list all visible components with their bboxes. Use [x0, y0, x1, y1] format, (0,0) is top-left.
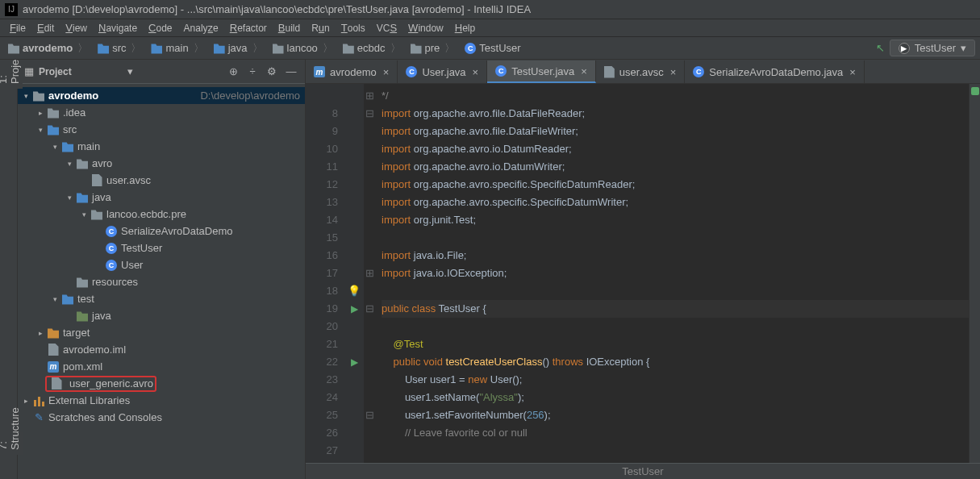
status-breadcrumb: TestUser — [622, 465, 663, 477]
hide-icon[interactable]: — — [284, 65, 298, 79]
error-stripe[interactable] — [969, 84, 980, 463]
fold-column[interactable]: ⊞⊟⊞⊟⊟⊟ — [364, 84, 375, 463]
crumb-lancoo[interactable]: lancoo〉 — [269, 40, 338, 57]
menu-analyze[interactable]: Analyze — [179, 20, 223, 35]
gutter-marks: 💡▶▶ — [344, 84, 364, 463]
tool-project-tab[interactable]: 1: Project — [0, 66, 23, 89]
crumb-src[interactable]: src〉 — [94, 40, 146, 57]
project-view-icon: ▦ — [24, 65, 34, 77]
tree-cls-serialize[interactable]: CSerializeAvroDataDemo — [18, 223, 305, 240]
file-icon — [604, 66, 615, 78]
inspection-ok-icon — [971, 87, 979, 95]
editor-tabs: mavrodemo× CUser.java× CTestUser.java× u… — [306, 60, 980, 84]
chevron-down-icon[interactable]: ▾ — [127, 65, 133, 77]
menu-window[interactable]: Window — [403, 20, 448, 35]
collapse-icon[interactable]: ÷ — [245, 65, 260, 79]
tab-user-avsc[interactable]: user.avsc× — [596, 60, 686, 83]
tree-scratches[interactable]: ✎Scratches and Consoles — [18, 409, 305, 426]
close-icon[interactable]: × — [670, 66, 677, 78]
navbar: avrodemo〉 src〉 main〉 java〉 lancoo〉 ecbdc… — [0, 37, 980, 60]
menu-run[interactable]: Run — [307, 20, 335, 35]
menu-edit[interactable]: Edit — [32, 20, 59, 35]
back-icon[interactable]: ↖ — [876, 42, 885, 54]
window-title: avrodemo [D:\develop\avrodemo] - ...\src… — [23, 3, 531, 15]
tree-pkg[interactable]: ▾lancoo.ecbdc.pre — [18, 206, 305, 223]
tree-cls-testuser[interactable]: CTestUser — [18, 240, 305, 256]
code-body[interactable]: */import org.apache.avro.file.DataFileRe… — [375, 84, 969, 463]
sidebar-header: ▦ Project ▾ ⊕ ÷ ⚙ — — [18, 60, 305, 84]
gear-icon[interactable]: ⚙ — [265, 65, 279, 79]
editor-statusbar: TestUser — [306, 463, 980, 479]
class-icon: C — [693, 66, 704, 77]
run-config-label: TestUser — [915, 42, 956, 54]
run-config-area: ↖ ▶ TestUser ▾ — [876, 40, 975, 56]
close-icon[interactable]: × — [849, 66, 856, 78]
tree-test-java[interactable]: java — [18, 307, 305, 324]
class-icon: C — [495, 65, 507, 77]
tree-resources[interactable]: resources — [18, 273, 305, 290]
menu-vcs[interactable]: VCS — [372, 20, 402, 35]
project-sidebar: ▦ Project ▾ ⊕ ÷ ⚙ — ▾avrodemoD:\develop\… — [18, 60, 306, 479]
tree-target[interactable]: ▸target — [18, 324, 305, 341]
crumb-ecbdc[interactable]: ecbdc〉 — [340, 40, 406, 57]
chevron-down-icon: ▾ — [961, 42, 966, 54]
menu-navigate[interactable]: Navigate — [94, 20, 142, 35]
breadcrumbs: avrodemo〉 src〉 main〉 java〉 lancoo〉 ecbdc… — [5, 40, 876, 57]
menu-help[interactable]: Help — [450, 20, 480, 35]
project-tree[interactable]: ▾avrodemoD:\develop\avrodemo ▸.idea ▾src… — [18, 84, 305, 479]
editor-area: mavrodemo× CUser.java× CTestUser.java× u… — [306, 60, 980, 479]
crumb-testuser[interactable]: CTestUser — [461, 40, 523, 56]
titlebar: IJ avrodemo [D:\develop\avrodemo] - ...\… — [0, 0, 980, 19]
maven-icon: m — [314, 66, 325, 77]
tree-user-generic[interactable]: user_generic.avro — [18, 375, 305, 392]
menu-view[interactable]: View — [60, 20, 92, 35]
crumb-avrodemo[interactable]: avrodemo〉 — [5, 40, 93, 57]
left-tool-strip: 1: Project 7: Structure — [0, 60, 18, 479]
menu-file[interactable]: File — [5, 20, 31, 35]
tree-test[interactable]: ▾test — [18, 290, 305, 307]
sidebar-title: Project — [39, 66, 123, 77]
tool-structure-tab[interactable]: 7: Structure — [0, 432, 23, 455]
menubar: File Edit View Navigate Code Analyze Ref… — [0, 19, 980, 37]
target-icon[interactable]: ⊕ — [226, 65, 240, 79]
menu-tools[interactable]: Tools — [336, 20, 370, 35]
tree-root[interactable]: ▾avrodemoD:\develop\avrodemo — [18, 87, 305, 104]
crumb-pre[interactable]: pre〉 — [407, 40, 461, 57]
run-config-icon: ▶ — [899, 43, 910, 54]
code-editor[interactable]: 8910111213141516171819202122232425262728… — [306, 84, 980, 463]
menu-build[interactable]: Build — [273, 20, 305, 35]
class-icon: C — [406, 66, 417, 77]
tree-idea[interactable]: ▸.idea — [18, 104, 305, 121]
tree-pom[interactable]: mpom.xml — [18, 358, 305, 375]
tab-testuser[interactable]: CTestUser.java× — [487, 60, 596, 83]
tree-external-libs[interactable]: ▸External Libraries — [18, 392, 305, 409]
close-icon[interactable]: × — [581, 65, 587, 77]
tab-avrodemo[interactable]: mavrodemo× — [306, 60, 398, 83]
close-icon[interactable]: × — [473, 66, 479, 78]
menu-refactor[interactable]: Refactor — [225, 20, 272, 35]
tab-user[interactable]: CUser.java× — [398, 60, 487, 83]
tab-serialize[interactable]: CSerializeAvroDataDemo.java× — [685, 60, 865, 83]
tree-iml[interactable]: avrodemo.iml — [18, 341, 305, 358]
tree-src[interactable]: ▾src — [18, 121, 305, 138]
app-icon: IJ — [5, 3, 18, 16]
tree-java[interactable]: ▾java — [18, 189, 305, 206]
tree-avro[interactable]: ▾avro — [18, 155, 305, 172]
close-icon[interactable]: × — [383, 66, 390, 78]
crumb-java[interactable]: java〉 — [211, 40, 268, 57]
tree-user-avsc[interactable]: user.avsc — [18, 172, 305, 189]
tree-cls-user[interactable]: CUser — [18, 256, 305, 273]
line-numbers: 8910111213141516171819202122232425262728 — [306, 84, 344, 463]
run-config-dropdown[interactable]: ▶ TestUser ▾ — [890, 40, 975, 56]
tree-main[interactable]: ▾main — [18, 138, 305, 155]
crumb-main[interactable]: main〉 — [148, 40, 208, 57]
menu-code[interactable]: Code — [144, 20, 177, 35]
